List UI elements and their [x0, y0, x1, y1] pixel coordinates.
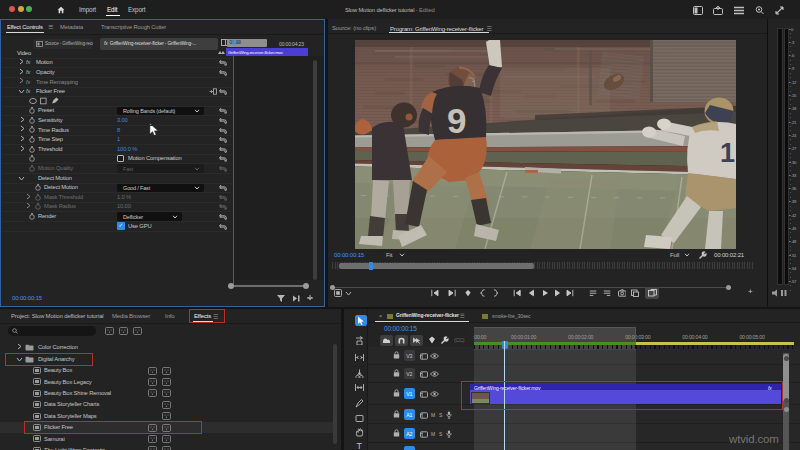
svg-text:T: T: [357, 441, 363, 450]
